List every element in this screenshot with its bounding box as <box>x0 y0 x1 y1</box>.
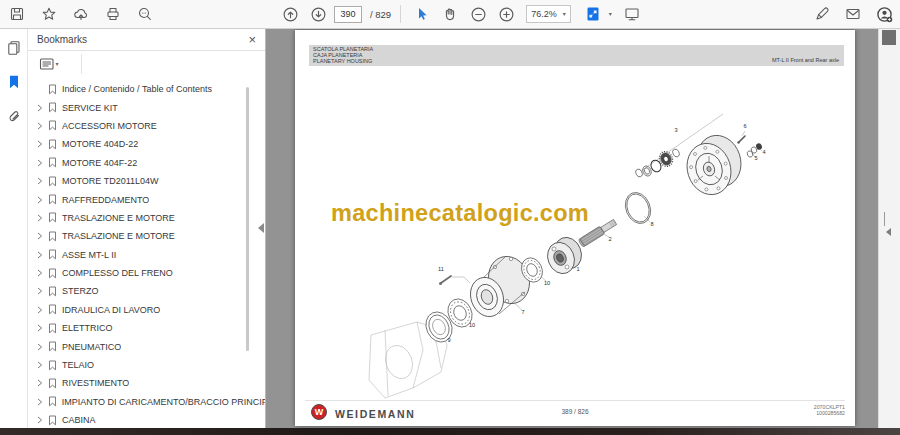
bookmark-label: CABINA <box>62 415 96 425</box>
arrow-down-circle-icon <box>310 6 327 23</box>
zoom-level-dropdown[interactable]: 76.2% ▾ <box>526 5 571 23</box>
bookmark-label: RIVESTIMENTO <box>62 378 129 388</box>
bookmarks-panel-button[interactable] <box>3 71 25 93</box>
document-viewer[interactable]: SCATOLA PLANETARIA CAJA PLANETERIA PLANE… <box>266 29 878 428</box>
bookmark-item[interactable]: MOTORE TD2011L04W <box>28 172 265 190</box>
page-number-input[interactable] <box>334 6 362 23</box>
pdf-toolbar: / 829 76.2% ▾ ▾ <box>0 0 900 29</box>
fit-page-button[interactable] <box>581 2 605 26</box>
part-number-label: 9 <box>447 337 450 343</box>
bookmark-label: PNEUMATICO <box>62 342 121 352</box>
bookmark-item[interactable]: TRASLAZIONE E MOTORE <box>28 227 265 245</box>
chevron-right-icon[interactable] <box>36 343 43 351</box>
presentation-mode-button[interactable] <box>620 2 644 26</box>
chevron-right-icon[interactable] <box>36 324 43 332</box>
close-icon[interactable]: × <box>248 33 256 46</box>
bookmark-item[interactable]: TRASLAZIONE E MOTORE <box>28 209 265 227</box>
part-number-label: 10 <box>469 322 475 328</box>
chevron-right-icon[interactable] <box>36 379 43 387</box>
bookmark-icon <box>48 176 57 187</box>
search-button[interactable] <box>133 2 157 26</box>
zoom-in-button[interactable] <box>494 2 518 26</box>
bookmark-item[interactable]: MOTORE 404F-22 <box>28 154 265 172</box>
document-page-number: 389 / 826 <box>295 408 855 415</box>
bookmark-item[interactable]: COMPLESSO DEL FRENO <box>28 264 265 282</box>
part-fasteners <box>737 136 763 158</box>
bookmark-label: MOTORE 404F-22 <box>62 158 137 168</box>
bookmarks-panel-toolbar: ▾ <box>28 51 265 77</box>
bookmark-label: IDRAULICA DI LAVORO <box>62 305 160 315</box>
chevron-right-icon[interactable] <box>36 416 43 424</box>
document-page: SCATOLA PLANETARIA CAJA PLANETERIA PLANE… <box>295 30 855 426</box>
bookmark-label: TRASLAZIONE E MOTORE <box>62 213 175 223</box>
part-number-label: 1 <box>576 266 579 272</box>
bookmark-item[interactable]: ELETTRICO <box>28 319 265 337</box>
chevron-down-icon: ▾ <box>563 11 566 17</box>
chevron-right-icon[interactable] <box>36 122 43 130</box>
footer-rule <box>305 400 845 401</box>
print-button[interactable] <box>101 2 125 26</box>
zoom-out-button[interactable] <box>466 2 490 26</box>
chevron-right-icon[interactable] <box>36 269 43 277</box>
chevron-right-icon[interactable] <box>36 306 43 314</box>
chevron-right-icon[interactable] <box>36 196 43 204</box>
bookmark-icon <box>48 139 57 150</box>
bookmark-icon <box>48 378 57 389</box>
document-codes: 2070CKLPT1 1000285682 <box>814 404 845 416</box>
bookmark-item[interactable]: IDRAULICA DI LAVORO <box>28 301 265 319</box>
chevron-right-icon[interactable] <box>36 140 43 148</box>
bookmark-item[interactable]: ACCESSORI MOTORE <box>28 117 265 135</box>
toolbar-divider <box>81 54 82 74</box>
account-button[interactable] <box>872 2 896 26</box>
part-number-label: 6 <box>743 123 746 129</box>
chevron-right-icon[interactable] <box>36 159 43 167</box>
chevron-right-icon[interactable] <box>36 177 43 185</box>
bookmark-item[interactable]: STERZO <box>28 282 265 300</box>
share-button[interactable] <box>69 2 93 26</box>
navigation-rail <box>0 29 28 428</box>
bookmark-item[interactable]: RIVESTIMENTO <box>28 374 265 392</box>
panel-scrollbar-thumb[interactable] <box>246 87 249 351</box>
paperclip-icon <box>6 108 22 124</box>
page-thumbnails-button[interactable] <box>3 37 25 59</box>
bookmark-label: TRASLAZIONE E MOTORE <box>62 231 175 241</box>
chevron-right-icon[interactable] <box>36 287 43 295</box>
previous-page-button[interactable] <box>278 2 302 26</box>
bookmarks-list: Indice / Contenido / Table of Contents S… <box>28 77 265 428</box>
bookmark-label: RAFFREDDAMENTO <box>62 195 149 205</box>
part-number-label: 3 <box>674 127 677 133</box>
hand-tool-button[interactable] <box>438 2 462 26</box>
part-number-label: 10 <box>544 280 550 286</box>
next-page-button[interactable] <box>306 2 330 26</box>
bookmark-item[interactable]: RAFFREDDAMENTO <box>28 190 265 208</box>
chevron-right-icon[interactable] <box>36 104 43 112</box>
chevron-right-icon[interactable] <box>36 251 43 259</box>
chevron-right-icon[interactable] <box>36 361 43 369</box>
bookmark-item[interactable]: MOTORE 404D-22 <box>28 135 265 153</box>
bookmark-item[interactable]: ASSE MT-L II <box>28 246 265 264</box>
bookmark-item[interactable]: SERVICE KIT <box>28 98 265 116</box>
bookmark-item[interactable]: TELAIO <box>28 356 265 374</box>
bookmark-item[interactable]: Indice / Contenido / Table of Contents <box>28 80 265 98</box>
bookmark-item[interactable]: CABINA <box>28 411 265 428</box>
bookmark-icon <box>48 415 57 426</box>
chevron-right-icon[interactable] <box>36 232 43 240</box>
email-button[interactable] <box>841 2 865 26</box>
select-tool-button[interactable] <box>410 2 434 26</box>
right-panel-toggle-arrow[interactable] <box>884 212 885 226</box>
chevron-down-icon[interactable]: ▾ <box>609 11 612 17</box>
scrollbar-thumb[interactable] <box>882 30 896 45</box>
attachments-button[interactable] <box>3 105 25 127</box>
part-number-label: 5 <box>754 155 757 161</box>
collapse-panel-arrow[interactable] <box>258 223 264 233</box>
favorite-button[interactable] <box>37 2 61 26</box>
bookmark-item[interactable]: IMPIANTO DI CARICAMENTO/BRACCIO PRINCIPA <box>28 393 265 411</box>
part-bolt <box>439 276 451 285</box>
chevron-right-icon[interactable] <box>36 214 43 222</box>
chevron-right-icon[interactable] <box>36 398 43 406</box>
bookmark-options-button[interactable]: ▾ <box>34 52 64 76</box>
save-button[interactable] <box>5 2 29 26</box>
fill-sign-button[interactable] <box>810 2 834 26</box>
bookmark-item[interactable]: PNEUMATICO <box>28 337 265 355</box>
vertical-scrollbar[interactable] <box>878 29 900 428</box>
